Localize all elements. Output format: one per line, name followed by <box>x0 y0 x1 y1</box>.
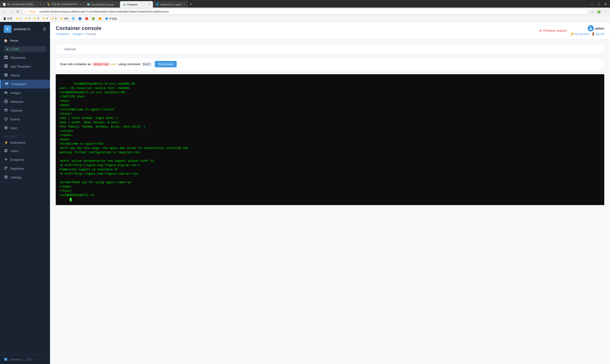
containers-icon <box>4 82 9 86</box>
sidebar-item-containers[interactable]: Containers <box>0 80 50 89</box>
sidebar-item-registries[interactable]: Registries <box>0 164 50 173</box>
svg-rect-1 <box>4 56 6 57</box>
terminal[interactable]: root@8853d1e8e77c:/# curl node001:80 cur… <box>56 74 604 205</box>
address-security-label: 不安全 <box>28 10 36 13</box>
reload-button[interactable]: ↻ <box>15 9 20 14</box>
extensions-button[interactable]: 🧩 <box>596 9 601 14</box>
execute-label: Execute <box>65 47 76 51</box>
svg-rect-7 <box>4 67 8 67</box>
support-label: Portainer support <box>543 29 567 32</box>
svg-rect-32 <box>6 167 7 168</box>
containers-label: Containers <box>11 82 26 86</box>
address-separator: | <box>37 10 38 13</box>
forward-button[interactable]: › <box>9 9 14 14</box>
tab-2-title: 写文章-CSDN创作中心 <box>52 3 78 6</box>
sidebar-item-volumes[interactable]: Volumes <box>0 106 50 115</box>
sidebar-item-app-templates[interactable]: App Templates <box>0 62 50 71</box>
exec-bash-tag: bash <box>142 62 151 66</box>
endpoints-label: Endpoints <box>11 158 24 162</box>
endpoints-icon <box>4 157 8 162</box>
breadcrumb-sep-2: › <box>84 32 85 36</box>
sidebar-item-endpoints[interactable]: Endpoints <box>0 155 50 164</box>
main-header: Container console Containers › mynginx ›… <box>50 22 610 39</box>
bookmark-star-button[interactable]: ☆ <box>590 9 595 14</box>
svg-rect-12 <box>5 83 8 83</box>
header-actions: ⊗ Portainer support admin 🔑 <box>539 25 604 36</box>
breadcrumb-mynginx[interactable]: mynginx <box>72 32 83 36</box>
sidebar-item-stacks[interactable]: Stacks <box>0 71 50 80</box>
bookmark-2[interactable]: 📁 2 <box>23 17 31 21</box>
tab-1-close[interactable]: ✕ <box>40 3 42 6</box>
tab-3-favicon: 🗺️ <box>87 3 90 6</box>
bookmark-apps[interactable]: 📱 应用 <box>2 16 14 21</box>
key-icon: 🔑 <box>570 32 574 36</box>
host-icon <box>4 126 8 130</box>
tab-2[interactable]: ✏️ 写文章-CSDN创作中心 ✕ <box>44 1 84 8</box>
svg-rect-6 <box>4 66 8 66</box>
svg-rect-4 <box>6 58 8 59</box>
user-section: admin 🔑 my account 🚪 log out <box>570 25 604 36</box>
tab-2-close[interactable]: ✕ <box>80 3 82 6</box>
tab-5-close[interactable]: ✕ <box>183 3 185 6</box>
sidebar-home[interactable]: 🏠 Home <box>0 36 50 45</box>
execute-button[interactable]: ›_ Execute <box>60 47 76 51</box>
bookmark-3[interactable]: 📁 3 <box>32 17 40 21</box>
bookmark-666[interactable]: 📁 666 <box>59 17 69 21</box>
new-tab-button[interactable]: + <box>188 2 194 6</box>
sidebar-toggle-button[interactable]: ☰ <box>43 27 46 31</box>
sidebar-item-events[interactable]: Events <box>0 115 50 124</box>
footer-logo-text: portainer.io <box>10 358 22 361</box>
minimize-button[interactable]: ─ <box>590 2 595 7</box>
svg-point-18 <box>4 109 7 110</box>
dashboard-label: Dashboard <box>11 56 26 59</box>
bookmark-4[interactable]: 📁 4 <box>41 17 49 21</box>
terminal-content: root@8853d1e8e77c:/# curl node001:80 cur… <box>59 82 188 197</box>
tab-3-close[interactable]: ✕ <box>115 3 117 6</box>
env-badge[interactable]: 🖧 LOCAL <box>4 46 46 52</box>
bookmark-extra5[interactable]: 🟠 <box>97 17 103 21</box>
bookmark-zhihu[interactable]: 🔷 中知如 <box>104 16 118 21</box>
sidebar-item-host[interactable]: Host <box>0 124 50 132</box>
breadcrumb-console: Console <box>86 32 96 36</box>
app-templates-label: App Templates <box>11 65 31 68</box>
svg-rect-13 <box>4 91 8 94</box>
back-button[interactable]: ‹ <box>2 9 7 14</box>
bookmark-extra3[interactable]: 🔴 <box>84 17 90 21</box>
execute-arrow-icon: ›_ <box>60 47 63 51</box>
disconnect-button[interactable]: Disconnect <box>155 61 177 67</box>
close-button[interactable]: ✕ <box>603 2 608 7</box>
portainer-support-link[interactable]: ⊗ Portainer support <box>539 29 567 32</box>
sidebar-item-users[interactable]: Users <box>0 146 50 155</box>
tab-4[interactable]: 🐋 Portainer ✕ <box>120 1 153 8</box>
tab-5[interactable]: 🌐 Welcome to nginx! ✕ <box>153 1 188 8</box>
sidebar-item-dashboard[interactable]: Dashboard <box>0 53 50 62</box>
bookmark-extra2[interactable]: 🔵 <box>77 17 83 21</box>
bookmark-extra4[interactable]: 🟢 <box>91 17 96 21</box>
env-label: LOCAL <box>11 48 19 51</box>
tab-3[interactable]: 🗺️ Docker2022.mmap ✕ <box>84 1 120 8</box>
support-icon: ⊗ <box>539 29 542 32</box>
events-label: Events <box>11 117 20 121</box>
svg-rect-5 <box>4 65 8 65</box>
sidebar-item-settings[interactable]: Settings <box>0 173 50 182</box>
bookmark-1[interactable]: 📁 1 <box>14 17 22 21</box>
browser-menu-button[interactable]: ⋮ <box>603 9 608 14</box>
log-out-link[interactable]: 🚪 log out <box>591 32 604 36</box>
sidebar-item-images[interactable]: Images <box>0 89 50 97</box>
tab-4-close[interactable]: ✕ <box>149 3 150 6</box>
svg-rect-23 <box>5 127 5 127</box>
browser-chrome: 📄 89_Portainer补充说明_哔哩哔... ✕ ✏️ 写文章-CSDN创… <box>0 0 610 22</box>
my-account-link[interactable]: 🔑 my account <box>570 32 589 36</box>
address-bar[interactable]: ⚠ 不安全 | node001:9000/#/containers/8853d1… <box>22 9 588 14</box>
home-icon: 🏠 <box>4 39 8 42</box>
exec-default-tag: default user <box>92 62 110 66</box>
bookmark-5[interactable]: 📁 5 <box>50 17 58 21</box>
sidebar-item-networks[interactable]: Networks <box>0 97 50 106</box>
env-section: 🖧 LOCAL <box>0 45 50 53</box>
sidebar-item-extensions[interactable]: ⚡ Extensions <box>0 139 50 146</box>
maximize-button[interactable]: □ <box>596 2 601 7</box>
breadcrumb-containers[interactable]: Containers <box>56 32 69 36</box>
security-warning-icon: ⚠ <box>25 11 27 13</box>
bookmark-extra1[interactable]: 🌐 <box>70 17 76 21</box>
tab-1[interactable]: 📄 89_Portainer补充说明_哔哩哔... ✕ <box>0 1 44 8</box>
